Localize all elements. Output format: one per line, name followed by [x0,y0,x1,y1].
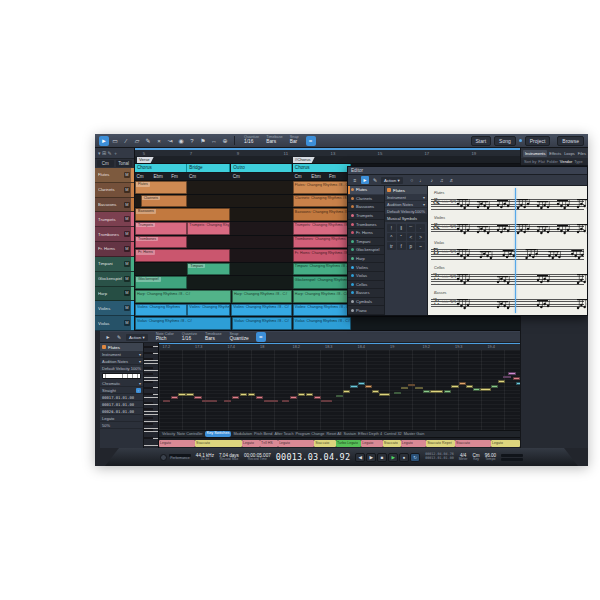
piano-note[interactable] [290,396,297,399]
keyswitch-block[interactable]: Staccato Repet [426,440,455,447]
clip[interactable]: Trombones [135,236,187,249]
piano-note[interactable] [408,384,415,387]
musical-symbol-button[interactable]: p [407,242,416,250]
clip[interactable]: Harp: Changing Rhythms #8 - C# [232,290,292,303]
editor-instrument-item[interactable]: Glockenspiel [348,246,384,255]
clip[interactable]: Violins: Changing Rhythms [187,304,230,317]
editor-instrument-item[interactable]: Trumpets [348,212,384,221]
track-header[interactable]: GlockenspielM [95,272,134,287]
note-duration-button[interactable]: ♪ [428,176,436,184]
marker-tool[interactable]: ⚑ [198,136,208,146]
chord-label[interactable]: Cm [137,173,144,181]
piano-note[interactable] [372,390,379,393]
piano-note[interactable] [401,387,408,390]
meter-readout[interactable]: 4/4 Meter [459,453,468,462]
track-header[interactable]: TrumpetsM [95,212,134,227]
black-key[interactable] [144,352,153,354]
piano-note[interactable] [459,382,466,385]
zoom-tool[interactable]: ⊕ [220,136,230,146]
musical-symbol-button[interactable]: f [397,242,406,250]
keyswitch-block[interactable]: Staccato [383,440,401,447]
track-header[interactable]: HarpM [95,287,134,302]
piano-note[interactable] [365,385,372,388]
musical-symbol-button[interactable]: ⌒ [407,224,416,232]
black-key[interactable] [144,367,153,369]
keyswitch-block[interactable]: Legato [278,440,314,447]
editor-pencil-tool[interactable]: ✎ [371,176,379,184]
musical-symbol-button[interactable]: tr [387,242,396,250]
marker-lane[interactable]: Verse#Chorus [135,156,520,164]
black-key[interactable] [144,346,153,348]
page-button-start[interactable]: Start [471,136,492,146]
black-key[interactable] [144,393,153,395]
track-lane[interactable]: Violas: Changing Rhythms #8 - C#Violas: … [135,317,520,331]
piano-note[interactable] [430,390,443,393]
pr-snap-toggle[interactable]: = [256,332,266,342]
tempo-readout[interactable]: 96.00 Tempo [485,453,497,462]
controller-tab[interactable]: Key Switches [205,431,232,437]
keyswitch-block[interactable]: Legato [361,440,383,447]
clip[interactable]: Flutes [135,181,187,194]
chord-label[interactable]: Cm [294,173,301,181]
listen-tool[interactable]: ◉ [176,136,186,146]
clip[interactable]: Violas: Changing Rhythms #8 - C# [135,317,231,330]
controller-tab[interactable]: Velocity [162,432,175,436]
note-end-row[interactable]: 00017.01.01.00 [100,401,143,408]
piano-note[interactable] [202,400,216,403]
note-length-row[interactable]: 00026.01.01.00 [100,408,143,415]
note-duration-button[interactable]: ○ [408,176,416,184]
editor-instrument-item[interactable]: Basses [348,289,384,298]
keyswitch-block[interactable]: Legato [491,440,520,447]
editor-list-toggle[interactable]: ≡ [351,176,359,184]
clip[interactable]: Trumpets: Changing Rhythms #8 [187,222,230,235]
piano-note[interactable] [186,393,193,396]
piano-note[interactable] [264,400,278,403]
piano-note[interactable] [394,392,401,395]
sort-option[interactable]: Folder [547,159,558,164]
mute-button[interactable]: M [124,172,130,178]
piano-note[interactable] [358,382,365,385]
score-view[interactable]: Flutes&♭♭♭ 4/4Violins&♭♭♭ 4/4ViolasB♭♭♭ … [428,186,587,315]
clip[interactable]: Clarinets: Changing Rhythms #8 - C# [293,195,351,208]
editor-instrument-item[interactable]: Violins [348,263,384,272]
performance-knob[interactable] [160,454,167,461]
musical-symbol-button[interactable]: ˇ [397,233,406,241]
piano-note[interactable] [473,388,480,391]
chord-label[interactable]: Ebm [153,173,162,181]
piano-note[interactable] [503,376,510,379]
arranger-marker[interactable]: #Chorus [293,157,315,163]
clip[interactable]: Trumpets [135,222,187,235]
clip[interactable]: Fr. Horns: Changing Rhythms #8 - C# [293,249,351,262]
keyswitch-block[interactable]: Staccato [455,440,491,447]
mute-button[interactable]: M [124,276,130,282]
snap-group[interactable]: Snap Bar [290,136,299,145]
chord-label[interactable]: Cm [233,173,240,181]
pr-pencil-tool[interactable]: ✎ [115,333,123,341]
mute-button[interactable]: M [124,216,130,222]
piano-note[interactable] [240,393,247,396]
time-display[interactable]: 00013.03.04.92 [276,452,350,462]
mute-button[interactable]: M [124,305,130,311]
piano-note[interactable] [379,393,390,396]
piano-note[interactable] [282,400,289,403]
clip[interactable]: Trumpets: Changing Rhythms #8 - C# [293,222,351,235]
piano-note[interactable] [491,385,498,388]
browser-tab-instruments[interactable]: Instruments [523,150,547,157]
fast-forward-button[interactable]: ▶ [366,453,376,462]
clip[interactable]: Glockenspiel: Changing Rhythms #8 [293,276,351,289]
mute-button[interactable]: M [124,261,130,267]
snap-value[interactable]: Bar [290,140,297,145]
black-key[interactable] [144,373,153,375]
keyswitch-lane[interactable]: LegatoStaccatoLegatoTrill HSLegatoStacca… [159,437,520,448]
clip[interactable]: Violins: Changing Rhythms #8 - C# [231,304,292,317]
musical-symbol-button[interactable]: > [416,233,425,241]
keyswitch-block[interactable]: Legato [159,440,195,447]
clip[interactable]: Timpani: Changing Rhythms #8 - C# [293,263,351,276]
editor-title-bar[interactable]: Editor [348,167,587,175]
piano-note[interactable] [451,385,458,388]
scale-row[interactable]: Chromatic▾ [100,380,143,387]
piano-note[interactable] [256,396,263,399]
mute-button[interactable]: M [124,231,130,237]
track-header[interactable]: BassoonsM [95,198,134,213]
piano-keyboard[interactable] [144,343,159,448]
